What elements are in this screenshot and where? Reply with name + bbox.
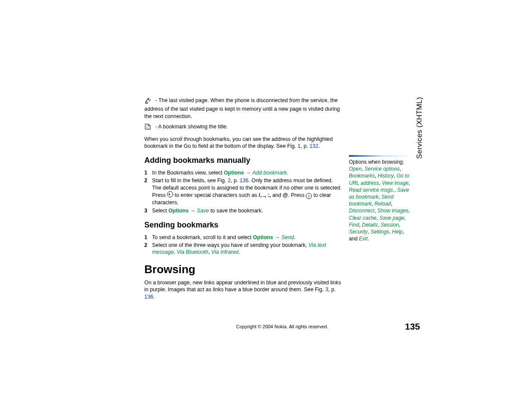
last-visited-text: - The last visited page. When the phone …: [144, 97, 340, 119]
adding-steps: 1In the Bookmarks view, select Options →…: [144, 169, 342, 214]
bookmark-title-text: - A bookmark showing the title.: [154, 124, 228, 130]
nav-key-icon: [167, 191, 173, 197]
adding-heading: Adding bookmarks manually: [144, 156, 342, 166]
send-action: Send: [281, 234, 294, 240]
page-number: 135: [405, 321, 420, 332]
browsing-para: On a browser page, new links appear unde…: [144, 279, 342, 300]
page-136-ref[interactable]: 136: [240, 177, 249, 184]
fig-2-ref[interactable]: 2: [228, 177, 231, 184]
sending-steps: 1To send a bookmark, scroll to it and se…: [144, 234, 342, 256]
fig-1-ref[interactable]: 1: [298, 143, 301, 149]
sidebar-bar: [349, 155, 414, 157]
adding-step-1: 1In the Bookmarks view, select Options →…: [144, 169, 342, 176]
footer: Copyright © 2004 Nokia. All rights reser…: [144, 324, 420, 329]
sending-heading: Sending bookmarks: [144, 220, 342, 230]
main-column: - The last visited page. When the phone …: [144, 97, 342, 300]
section-tab: Services (XHTML): [415, 97, 424, 159]
add-bookmark-action: Add bookmark: [252, 170, 287, 176]
page-132-ref[interactable]: 132: [309, 143, 318, 149]
options-sidebar: Options when browsing: Open, Service opt…: [349, 155, 414, 242]
bookmark-icon: [144, 123, 152, 132]
options-label: Options: [224, 170, 244, 176]
last-visited-para: - The last visited page. When the phone …: [144, 97, 342, 120]
sending-step-2: 2Select one of the three ways you have o…: [144, 242, 342, 256]
last-visited-icon: [144, 97, 152, 106]
sidebar-body: Options when browsing: Open, Service opt…: [349, 159, 414, 242]
copyright: Copyright © 2004 Nokia. All rights reser…: [236, 324, 328, 329]
scroll-para: When you scroll through bookmarks, you c…: [144, 136, 342, 150]
sending-step-1: 1To send a bookmark, scroll to it and se…: [144, 234, 342, 241]
bookmark-title-para: - A bookmark showing the title.: [144, 123, 342, 132]
page-136-ref-2[interactable]: 136: [144, 294, 153, 300]
adding-step-2: 2Start to fill in the fields, see Fig. 2…: [144, 177, 342, 206]
save-action: Save: [197, 208, 209, 214]
browsing-heading: Browsing: [144, 262, 342, 277]
adding-step-3: 3Select Options → Save to save the bookm…: [144, 207, 342, 214]
clear-key-icon: c: [306, 193, 312, 199]
